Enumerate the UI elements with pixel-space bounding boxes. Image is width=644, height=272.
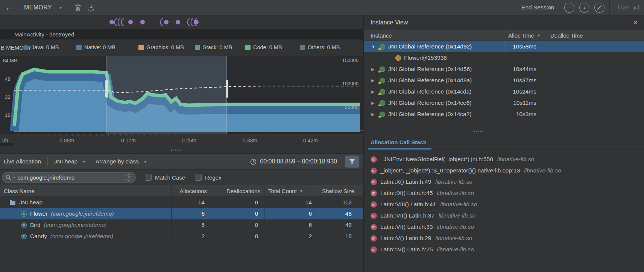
memory-legend: B MEMORY Java: 0 MB Native: 0 MB Graphic… (0, 39, 363, 56)
chevron-down-icon[interactable]: ▾ (59, 5, 62, 10)
method-icon (371, 235, 377, 242)
class-package: (com.google.jnirefdemo) (51, 210, 114, 217)
total-count-value: 6 (264, 219, 318, 231)
timeline-scrollbar[interactable] (1, 143, 14, 146)
jni-reference-icon (380, 89, 385, 95)
call-stack-list: _JNIEnv::NewGlobalRef(_jobject*) jni.h:5… (364, 154, 644, 272)
end-session-button[interactable]: End Session (521, 4, 554, 11)
close-icon[interactable]: ✕ (633, 19, 638, 26)
filter-button[interactable] (345, 156, 359, 168)
instance-child-row[interactable]: Flower@153938 (364, 52, 644, 63)
expand-closed-icon[interactable]: ▶ (371, 89, 377, 94)
expand-closed-icon[interactable]: ▶ (371, 112, 377, 117)
y-tick-right: 100000 (342, 81, 358, 86)
zoom-out-button[interactable]: − (564, 3, 574, 13)
shallow-size-value: 48 (318, 208, 363, 219)
touch-ripple-icon (114, 18, 128, 27)
selection-time-range: 00:00:08.859 – 00:00:18.930 (260, 158, 337, 165)
search-input[interactable] (17, 174, 124, 181)
touch-event-icon (128, 20, 133, 24)
stack-frame[interactable]: _JNIEnv::NewGlobalRef(_jobject*) jni.h:5… (364, 154, 644, 165)
export-session-button[interactable] (88, 4, 94, 11)
table-row[interactable]: JNI heap 14 0 14 112 (0, 197, 363, 208)
instance-row[interactable]: ▶ JNI Global Reference (0x14ce6) 10s11ms (364, 97, 644, 109)
delete-session-button[interactable] (75, 4, 81, 11)
column-instance[interactable]: Instance (364, 30, 505, 41)
table-row-selected[interactable]: Flower (com.google.jnirefdemo) 6 0 6 48 (0, 208, 363, 219)
expand-closed-icon[interactable]: ▶ (371, 67, 377, 72)
play-icon: ▶ (634, 5, 638, 11)
allocations-value: 6 (171, 208, 211, 219)
stack-frame[interactable]: Latin::IV() Latin.h:25libnative-lib.so (364, 244, 644, 255)
instance-row-selected[interactable]: ▼ JNI Global Reference (0x14d92) 10s58ms (364, 41, 644, 52)
arrange-select[interactable]: Arrange by class ▾ (96, 158, 146, 165)
match-case-checkbox[interactable] (145, 174, 152, 181)
column-dealloc-time[interactable]: Dealloc Time (547, 30, 644, 41)
instance-row[interactable]: ▶ JNI Global Reference (0x14d8a) 10s37ms (364, 75, 644, 86)
range-selection[interactable] (106, 56, 227, 134)
skip-to-end-button[interactable]: ▶ (634, 5, 639, 11)
class-table: JNI heap 14 0 14 112 Flower (com.google.… (0, 197, 363, 242)
frame-text: Latin::VIII() Latin.h:41 (380, 201, 436, 208)
alloc-time-value: 10s37ms (505, 75, 547, 86)
column-allocations[interactable]: Allocations (171, 185, 211, 196)
method-icon (371, 179, 377, 185)
dealloc-time-value (547, 97, 644, 109)
back-button[interactable]: ← (0, 3, 18, 12)
stack-frame[interactable]: _jobject*, _jobject*)::$_0::operator()()… (364, 165, 644, 176)
profiler-select[interactable]: MEMORY (24, 4, 52, 11)
memory-timeline-chart[interactable]: 64 MB 48 32 16 150000 100000 50000 (0, 56, 363, 134)
zoom-in-button[interactable]: + (579, 3, 589, 13)
table-row[interactable]: Bird (com.google.jnirefdemo) 6 0 6 48 (0, 219, 363, 231)
search-box[interactable]: ▾ ✕ (2, 172, 136, 183)
frame-text: Latin::VII() Latin.h:37 (380, 212, 434, 219)
live-button[interactable]: Live (618, 4, 629, 11)
method-icon (371, 246, 377, 253)
y-tick-right: 150000 (342, 57, 358, 63)
tab-allocation-call-stack[interactable]: Allocation Call Stack (371, 139, 426, 145)
column-alloc-time[interactable]: Alloc Time▼ (505, 30, 547, 41)
frame-text: _jobject*, _jobject*)::$_0::operator()()… (380, 167, 520, 174)
stack-frame[interactable]: Latin::VI() Latin.h:33libnative-lib.so (364, 221, 644, 233)
column-total-count[interactable]: Total Count▼ (264, 185, 318, 196)
stack-frame[interactable]: Latin::VIII() Latin.h:41libnative-lib.so (364, 199, 644, 210)
touch-event-icon (194, 20, 199, 24)
instance-row[interactable]: ▶ JNI Global Reference (0x14cda) 10s24ms (364, 86, 644, 97)
clock-icon (250, 159, 257, 165)
stack-frame[interactable]: Latin::VII() Latin.h:37libnative-lib.so (364, 210, 644, 221)
column-shallow-size[interactable]: Shallow Size (318, 185, 363, 196)
heap-select[interactable]: JNI heap ▾ (54, 158, 85, 165)
toolbar-divider (68, 0, 68, 15)
instance-row[interactable]: ▶ JNI Global Reference (0x14d56) 10s44ms (364, 63, 644, 75)
instance-row[interactable]: ▶ JNI Global Reference (0x14ca2) 10s3ms (364, 109, 644, 120)
stack-frame[interactable]: Latin::V() Latin.h:29libnative-lib.so (364, 233, 644, 244)
chevron-down-icon: ▾ (83, 159, 85, 164)
callstack-splitter-grip[interactable] (474, 131, 483, 132)
reset-zoom-button[interactable] (594, 3, 605, 13)
frame-lib: libnative-lib.so (440, 201, 477, 208)
horizontal-splitter-grip[interactable] (171, 150, 181, 151)
stack-frame[interactable]: Latin::X() Latin.h:49libnative-lib.so (364, 176, 644, 187)
active-tab-underline (368, 148, 431, 150)
regex-label: Regex (205, 174, 221, 181)
table-row[interactable]: Candy (com.google.jnirefdemo) 2 0 2 16 (0, 231, 363, 242)
deallocations-value: 0 (211, 208, 264, 219)
search-history-icon[interactable]: ▾ (13, 175, 15, 179)
expand-open-icon[interactable]: ▼ (371, 44, 377, 49)
selection-handle-right[interactable] (226, 80, 228, 98)
x-tick: 0.33m (243, 138, 257, 144)
code-legend-chip (245, 45, 251, 50)
class-icon (21, 222, 27, 228)
selection-handle-left[interactable] (105, 80, 108, 98)
column-deallocations[interactable]: Deallocations (211, 185, 264, 196)
allocation-toolbar: Live Allocation JNI heap ▾ Arrange by cl… (0, 153, 363, 170)
clear-search-button[interactable]: ✕ (126, 174, 132, 181)
stack-frame[interactable]: Latin::IX() Latin.h:45libnative-lib.so (364, 187, 644, 199)
deallocations-value: 0 (211, 197, 264, 208)
activity-lifecycle-bar: MainActivity - destroyed (0, 29, 363, 39)
expand-closed-icon[interactable]: ▶ (371, 101, 377, 106)
expand-closed-icon[interactable]: ▶ (371, 78, 377, 83)
regex-checkbox[interactable] (195, 174, 202, 181)
column-class-name[interactable]: Class Name (0, 185, 171, 196)
tick-marks (0, 134, 363, 136)
